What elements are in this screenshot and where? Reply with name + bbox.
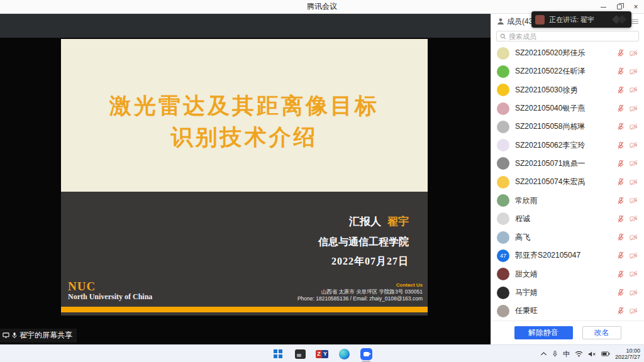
camera-muted-icon [630, 252, 638, 260]
member-avatar [497, 268, 509, 280]
member-avatar [497, 139, 509, 151]
member-name: 常欣雨 [515, 195, 617, 206]
member-row[interactable]: 任秉旺 [491, 302, 644, 320]
member-avatar [497, 65, 509, 78]
volume-muted-icon[interactable] [588, 351, 596, 358]
member-icon [497, 18, 504, 25]
university-logo: NUC North University of China [68, 280, 152, 302]
slide-gold-bar [61, 307, 428, 312]
restore-icon [617, 4, 622, 9]
terminal-app-button[interactable] [293, 347, 307, 361]
member-row[interactable]: 47 郭亚齐S202105047 [491, 246, 644, 265]
rename-button[interactable]: 改名 [582, 326, 621, 339]
zy-app-button[interactable]: ZY [315, 347, 329, 361]
member-status-icons [617, 123, 638, 131]
member-avatar [497, 212, 509, 225]
slide-footer-section: 汇报人翟宇 信息与通信工程学院 2022年07月27日 NUC North Un… [61, 192, 428, 307]
camera-muted-icon [630, 270, 638, 278]
slide-bottom-strip [61, 312, 428, 315]
mic-muted-icon [617, 215, 625, 223]
mic-muted-icon [617, 270, 625, 278]
presentation-slide: 激光雷达及其距离像目标 识别技术介绍 汇报人翟宇 信息与通信工程学院 2022年… [61, 39, 428, 315]
member-name: 甜文靖 [515, 269, 617, 280]
member-row[interactable]: SZ202105040银子燕 [491, 99, 644, 118]
member-row[interactable]: SZ202105058尚栋琳 [491, 118, 644, 136]
camera-muted-icon [630, 105, 638, 112]
contact-phone: Phone: 18210585136 / Email: zhaiy_0108@1… [297, 295, 423, 302]
mic-muted-icon [617, 233, 625, 241]
member-row[interactable]: 马宇婧 [491, 283, 644, 302]
camera-muted-icon [630, 123, 638, 131]
close-icon: × [633, 3, 638, 11]
member-avatar [497, 287, 509, 299]
member-status-icons [617, 49, 638, 57]
member-name: 马宇婧 [515, 287, 617, 298]
member-avatar [497, 194, 509, 207]
panel-menu-button[interactable] [631, 19, 638, 24]
contact-title: Contact Us [297, 282, 423, 288]
logo-acronym: NUC [68, 280, 152, 292]
member-name: SZ202105074朱宏禹 [515, 177, 617, 187]
member-row[interactable]: 常欣雨 [491, 191, 644, 209]
logo-fullname: North University of China [68, 292, 152, 302]
member-row[interactable]: SZ202105030徐勇 [491, 81, 644, 99]
member-avatar [497, 176, 509, 189]
tray-time: 10:00 [615, 348, 640, 354]
unmute-button[interactable]: 解除静音 [514, 326, 573, 339]
battery-icon[interactable] [601, 351, 610, 356]
member-status-icons [617, 67, 638, 75]
member-row[interactable]: SZ202105071姚鼎一 [491, 155, 644, 173]
member-name: SZ202105071姚鼎一 [515, 158, 617, 169]
terminal-icon [295, 349, 306, 359]
member-search[interactable] [496, 31, 639, 41]
camera-muted-icon [630, 178, 638, 186]
member-row[interactable]: 甜文靖 [491, 265, 644, 283]
tencent-meeting-window: 腾讯会议 × 激光雷达及其距离像目标 识别技术介绍 汇 [0, 0, 644, 362]
member-row[interactable]: SZ202105022任昕泽 [491, 62, 644, 80]
member-name: SZ202105062李宝玲 [515, 140, 617, 151]
mic-muted-icon [617, 123, 625, 131]
camera-muted-icon [630, 289, 638, 297]
member-status-icons [617, 197, 638, 205]
member-row[interactable]: SZ202105062李宝玲 [491, 136, 644, 154]
speaking-label: 正在讲话: 翟宇 [549, 15, 594, 25]
edge-icon [339, 349, 350, 359]
slide-title-line1: 激光雷达及其距离像目标 [61, 90, 428, 122]
meeting-logo-watermark [611, 14, 628, 25]
members-panel: 成员(43) 正在讲话: 翟宇 SZ202105020郑佳乐 [491, 14, 644, 344]
member-row[interactable]: 高飞 [491, 228, 644, 246]
wifi-icon[interactable] [575, 351, 583, 357]
member-name: SZ202105030徐勇 [515, 85, 617, 96]
mic-muted-icon [617, 86, 625, 94]
minimize-icon [601, 7, 606, 8]
window-title: 腾讯会议 [0, 1, 644, 12]
camera-muted-icon [630, 234, 638, 241]
contact-block: Contact Us 山西省 太原市 尖草坪区 学院路3号 030051 Pho… [297, 282, 423, 302]
edge-browser-button[interactable] [337, 347, 351, 361]
presentation-date: 2022年07月27日 [318, 251, 409, 271]
clock[interactable]: 10:00 2022/7/27 [615, 348, 642, 360]
mic-icon [11, 332, 18, 339]
member-row[interactable]: 程诚 [491, 210, 644, 228]
ime-indicator[interactable]: 中 [563, 349, 570, 359]
member-status-icons [617, 104, 638, 112]
start-button[interactable] [271, 347, 285, 361]
mic-muted-icon [617, 251, 625, 260]
hidden-icons-button[interactable] [540, 351, 547, 356]
camera-muted-icon [630, 86, 638, 94]
panel-footer: 解除静音 改名 [491, 321, 644, 344]
mic-muted-icon [617, 178, 625, 186]
camera-muted-icon [630, 141, 638, 149]
search-input[interactable] [509, 33, 635, 40]
slide-title-section: 激光雷达及其距离像目标 识别技术介绍 [61, 39, 428, 192]
member-name: 郭亚齐S202105047 [515, 250, 617, 261]
screen-share-area: 激光雷达及其距离像目标 识别技术介绍 汇报人翟宇 信息与通信工程学院 2022年… [0, 14, 491, 344]
member-row[interactable]: SZ202105074朱宏禹 [491, 173, 644, 191]
tray-mic-button[interactable] [552, 350, 558, 358]
windows-taskbar: ZY 中 10:00 2022/7/27 [0, 344, 644, 362]
member-avatar [497, 305, 509, 317]
member-row[interactable]: SZ202105020郑佳乐 [491, 44, 644, 62]
member-name: SZ202105022任昕泽 [515, 66, 617, 77]
member-status-icons [617, 215, 638, 223]
tencent-meeting-button[interactable] [359, 347, 373, 361]
